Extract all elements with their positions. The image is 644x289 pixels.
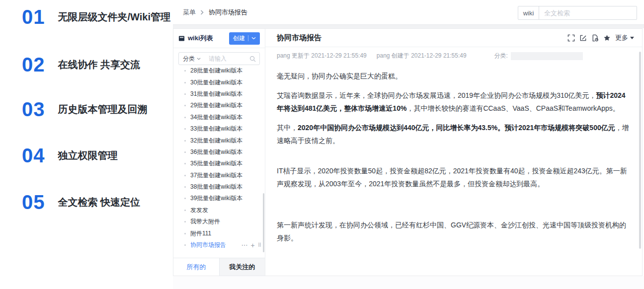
feature-item: 04独立权限管理 — [22, 144, 118, 167]
doc-paragraph: 第一新声统计发现，在协同办公领域，已经有红杉中国、GGV纪源资本、金沙江创投、光… — [277, 218, 631, 244]
doc-text: ，其中增长较快的赛道有CCaaS、VaaS、CPaaS和TeamworkApps… — [406, 104, 619, 112]
feature-label: 无限层级文件夹/Wiki管理 — [58, 10, 171, 24]
wiki-list-panel: wiki列表 创建 分类 28批量创建w — [173, 29, 265, 276]
wiki-list-item[interactable]: 发发发 — [173, 205, 265, 216]
bullet-icon — [184, 175, 186, 176]
feature-label: 在线协作 共享交流 — [58, 58, 141, 72]
bullet-icon — [184, 105, 186, 106]
wiki-list-item[interactable]: 35批量创建wiki版本 — [173, 158, 265, 169]
wiki-item-label: 28批量创建wiki版本 — [190, 67, 242, 75]
doc-text: 艾瑞咨询数据显示，近年来，全球协同办公市场发展迅速，2019年企业协同办公市场规… — [277, 91, 596, 99]
breadcrumb: 菜单 协同市场报告 — [183, 0, 247, 25]
category-dropdown[interactable]: 分类 — [179, 55, 205, 63]
wiki-list-item[interactable]: 协同市场报告⋯+⠿ — [173, 239, 265, 251]
bullet-icon — [184, 198, 186, 199]
category-dropdown-label: 分类 — [183, 55, 195, 63]
wiki-item-label: 附件111 — [190, 229, 211, 238]
wiki-list-item[interactable]: 39批量创建wiki版本 — [173, 193, 265, 204]
wiki-list-item[interactable]: 30批量创建wiki版本 — [173, 76, 265, 88]
doc-text: 毫无疑问，协同办公确实是巨大的蛋糕。 — [277, 72, 402, 80]
row-actions: ⋯+⠿ — [241, 242, 265, 249]
feature-item: 02在线协作 共享交流 — [22, 53, 140, 76]
wiki-list-item[interactable]: 附件111 — [173, 227, 265, 239]
fullscreen-icon[interactable] — [567, 34, 575, 42]
bullet-icon — [184, 210, 186, 211]
bullet-icon — [184, 140, 186, 142]
doc-header: 协同市场报告 更多 — [265, 29, 642, 47]
doc-paragraph: 艾瑞咨询数据显示，近年来，全球协同办公市场发展迅速，2019年企业协同办公市场规… — [277, 89, 631, 115]
wiki-item-label: 30批量创建wiki版本 — [190, 78, 242, 87]
more-button-label: 更多 — [615, 33, 628, 42]
create-button-label: 创建 — [233, 34, 245, 43]
bullet-icon — [184, 244, 186, 246]
doc-paragraph: IT桔子显示，2020年投资数量50起，投资金额超82亿元，2021年投资数量有… — [277, 164, 631, 190]
wiki-list: 28批量创建wiki版本30批量创建wiki版本31批量创建wiki版本29批量… — [173, 65, 265, 258]
bullet-icon — [184, 163, 186, 164]
tab-all[interactable]: 所有的 — [173, 258, 219, 276]
wiki-item-label: 发发发 — [190, 206, 208, 215]
doc-text: 其中， — [277, 124, 298, 132]
chevron-down-icon — [251, 37, 256, 40]
chevron-down-icon — [197, 58, 201, 60]
doc-title: 协同市场报告 — [277, 33, 322, 43]
feature-item: 03历史版本管理及回溯 — [22, 97, 148, 121]
wiki-item-label: 31批量创建wiki版本 — [190, 90, 242, 98]
wiki-item-label: 协同市场报告 — [190, 241, 226, 249]
bullet-icon — [184, 221, 186, 222]
wiki-list-item[interactable]: 32批量创建wiki版本 — [173, 135, 265, 146]
feature-label: 历史版本管理及回溯 — [58, 103, 148, 116]
meta-created: pang 创建于 2021-12-29 21:55:49 — [377, 52, 467, 60]
wiki-list-item[interactable]: 我带大附件 — [173, 216, 265, 227]
search-scope-selector[interactable]: wiki — [518, 6, 539, 19]
wiki-list-item[interactable]: 38批量创建wiki版本 — [173, 181, 265, 193]
breadcrumb-root[interactable]: 菜单 — [183, 8, 196, 17]
wiki-list-item[interactable]: 29批量创建wiki版本 — [173, 100, 265, 111]
feature-number: 03 — [22, 97, 45, 121]
create-button[interactable]: 创建 — [229, 32, 260, 45]
button-divider — [248, 35, 248, 41]
wiki-list-item[interactable]: 31批量创建wiki版本 — [173, 88, 265, 100]
wiki-list-item[interactable]: 33批量创建wiki版本 — [173, 123, 265, 135]
bullet-icon — [184, 117, 186, 118]
feature-number: 02 — [22, 53, 45, 76]
more-icon[interactable]: ⋯ — [241, 242, 247, 248]
wiki-list-item[interactable]: 34批量创建wiki版本 — [173, 112, 265, 123]
wiki-item-label: 33批量创建wiki版本 — [190, 125, 242, 133]
bullet-icon — [184, 186, 186, 188]
drag-handle-icon[interactable]: ⠿ — [258, 243, 261, 248]
doc-text: 第一新声统计发现，在协同办公领域，已经有红杉中国、GGV纪源资本、金沙江创投、光… — [277, 221, 626, 242]
doc-actions: 更多 — [567, 33, 634, 42]
export-icon[interactable] — [591, 34, 599, 42]
wiki-item-label: 29批量创建wiki版本 — [190, 101, 242, 110]
wiki-item-label: 35批量创建wiki版本 — [190, 159, 242, 168]
list-scrollbar[interactable] — [263, 193, 264, 252]
panel-tabs: 所有的我关注的 — [173, 258, 265, 276]
chevron-right-icon — [200, 10, 204, 15]
breadcrumb-current: 协同市场报告 — [209, 8, 247, 17]
bullet-icon — [184, 70, 186, 72]
wiki-list-item[interactable]: 37批量创建wiki版本 — [173, 170, 265, 181]
doc-panel: 协同市场报告 更多 pang 更新于 2021-12-29 21:55:49 p… — [265, 29, 642, 276]
wiki-list-item[interactable]: 36批量创建wiki版本 — [173, 146, 265, 158]
doc-meta: pang 更新于 2021-12-29 21:55:49 pang 创建于 20… — [265, 47, 642, 60]
doc-body: 毫无疑问，协同办公确实是巨大的蛋糕。艾瑞咨询数据显示，近年来，全球协同办公市场发… — [277, 64, 631, 274]
more-button[interactable]: 更多 — [615, 33, 634, 42]
edit-icon[interactable] — [579, 34, 587, 42]
doc-text: IT桔子显示，2020年投资数量50起，投资金额超82亿元，2021年投资数量有… — [277, 167, 627, 188]
add-icon[interactable]: + — [250, 242, 254, 249]
doc-text-bold: 2020年中国协同办公市场规模达到440亿元，同比增长率为43.5%。预计202… — [298, 124, 615, 132]
fulltext-search-input[interactable] — [539, 6, 637, 19]
meta-category-value — [511, 52, 583, 60]
bullet-icon — [184, 128, 186, 130]
wiki-item-label: 34批量创建wiki版本 — [190, 113, 242, 122]
content-scrollbar[interactable] — [639, 52, 641, 249]
list-search-input[interactable] — [205, 55, 249, 62]
tab-followed[interactable]: 我关注的 — [219, 258, 265, 276]
star-icon[interactable] — [603, 34, 611, 42]
wiki-item-label: 37批量创建wiki版本 — [190, 171, 242, 180]
wiki-list-item[interactable]: 28批量创建wiki版本 — [173, 65, 265, 76]
feature-item: 01无限层级文件夹/Wiki管理 — [22, 5, 170, 29]
search-icon[interactable] — [249, 56, 256, 62]
wiki-item-label: 36批量创建wiki版本 — [190, 148, 242, 156]
doc-paragraph: 毫无疑问，协同办公确实是巨大的蛋糕。 — [277, 70, 631, 82]
